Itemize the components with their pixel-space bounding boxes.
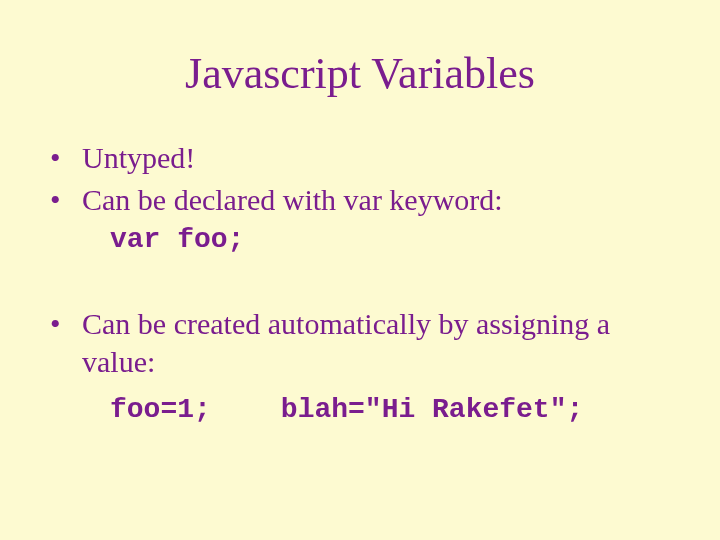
bullet-text: Untyped!	[82, 139, 680, 177]
bullet-icon: •	[48, 305, 82, 343]
bullet-icon: •	[48, 181, 82, 219]
bullet-icon: •	[48, 139, 82, 177]
slide-title: Javascript Variables	[0, 48, 720, 99]
bullet-text: Can be created automatically by assignin…	[82, 305, 680, 380]
slide: Javascript Variables • Untyped! • Can be…	[0, 48, 720, 540]
code-line: foo=1;blah="Hi Rakefet";	[110, 392, 680, 427]
code-fragment: foo=1;	[110, 394, 211, 425]
bullet-item: • Can be declared with var keyword:	[48, 181, 680, 219]
slide-content: • Untyped! • Can be declared with var ke…	[48, 139, 680, 427]
bullet-text: Can be declared with var keyword:	[82, 181, 680, 219]
bullet-item: • Can be created automatically by assign…	[48, 305, 680, 380]
bullet-item: • Untyped!	[48, 139, 680, 177]
code-fragment: blah="Hi Rakefet";	[281, 394, 583, 425]
code-line: var foo;	[110, 222, 680, 257]
